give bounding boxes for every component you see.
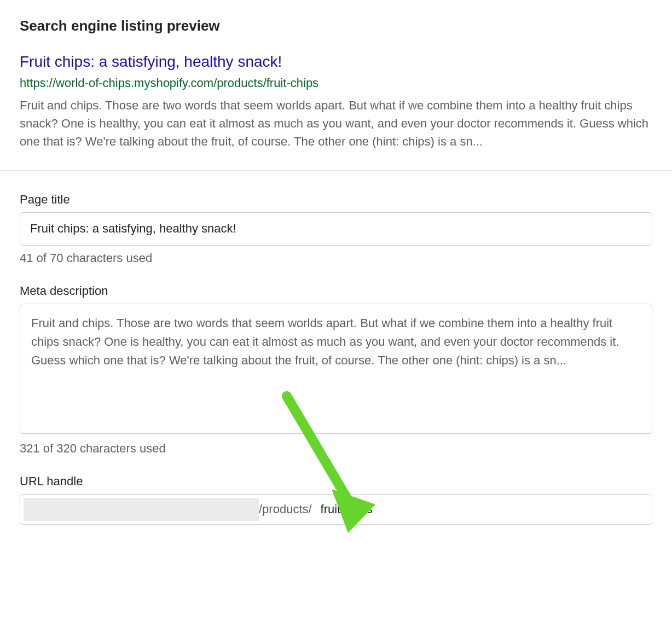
url-handle-label: URL handle [20, 474, 652, 489]
page-title-char-counter: 41 of 70 characters used [20, 251, 652, 265]
meta-description-input[interactable] [20, 304, 652, 434]
url-products-segment: /products/ [259, 495, 314, 524]
seo-preview: Fruit chips: a satisfying, healthy snack… [20, 52, 652, 150]
page-title-field-group: Page title 41 of 70 characters used [20, 193, 652, 265]
url-handle-field-group: URL handle /products/ [20, 474, 652, 525]
url-handle-container: /products/ [20, 494, 652, 525]
meta-description-field-group: Meta description 321 of 320 characters u… [20, 284, 652, 456]
preview-description: Fruit and chips. Those are two words tha… [20, 96, 652, 150]
divider [0, 170, 672, 171]
page-title-input[interactable] [20, 212, 652, 246]
section-heading: Search engine listing preview [20, 18, 652, 34]
preview-url: https://world-of-chips.myshopify.com/pro… [20, 75, 652, 92]
url-prefix-masked [24, 498, 259, 521]
page-title-label: Page title [20, 193, 652, 207]
preview-title: Fruit chips: a satisfying, healthy snack… [20, 52, 652, 72]
meta-description-char-counter: 321 of 320 characters used [20, 442, 652, 456]
url-handle-input[interactable] [314, 495, 652, 524]
meta-description-label: Meta description [20, 284, 652, 298]
